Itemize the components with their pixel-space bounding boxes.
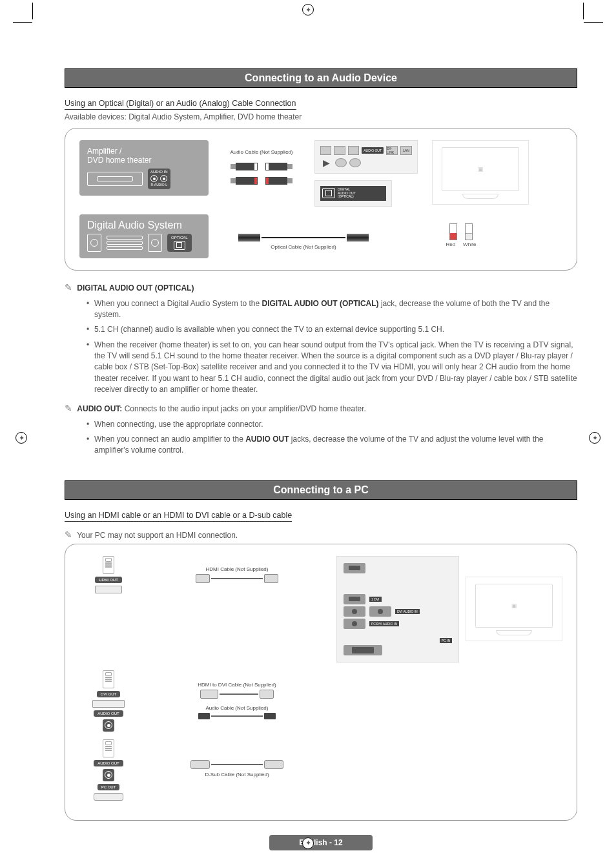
rca-white-icon (465, 223, 473, 240)
speaker-icon (148, 234, 162, 252)
list-item: When connecting, use the appropriate con… (87, 417, 577, 432)
section-banner-pc: Connecting to a PC (65, 480, 577, 500)
tv-port (320, 146, 331, 155)
pc-tower-icon (103, 556, 114, 574)
digital-audio-out-heading: DIGITAL AUDIO OUT (OPTICAL) (77, 283, 194, 293)
audio-out-list: When connecting, use the appropriate con… (65, 417, 577, 458)
hdmi-cable-label: HDMI Cable (Not Supplied) (206, 566, 269, 572)
dvd-slot-icon (87, 172, 143, 186)
list-item: When you connect an audio amplifier to t… (87, 432, 577, 458)
audio-in-chip: AUDIO IN R-AUDIO-L (148, 169, 170, 189)
red-label: Red (446, 242, 455, 247)
optical-cable-label: Optical Cable (Not Supplied) (271, 244, 336, 250)
ex-link-port: EX-LINK (386, 146, 398, 155)
audio-jack-icon (344, 606, 365, 617)
pc-subheading: Using an HDMI cable or an HDMI to DVI ca… (65, 511, 292, 522)
pc-note: ✎ Your PC may not support an HDMI connec… (65, 529, 577, 540)
digital-audio-system-box: Digital Audio System OPTICAL (79, 214, 209, 258)
audio-out-text: Connects to the audio input jacks on you… (122, 404, 366, 413)
dvi-out-label: DVI OUT (97, 691, 120, 697)
pc-note-text: Your PC may not support an HDMI connecti… (77, 531, 238, 540)
red-white-plugs: Red White (413, 223, 509, 247)
tv-back-panel: 1 DVI DVI AUDIO IN PC/DVI AUDIO IN PC IN (336, 556, 459, 663)
das-label: Digital Audio System (87, 220, 201, 231)
audio-subheading: Using an Optical (Digital) or an Audio (… (65, 99, 296, 110)
pc-hdmi-out: HDMI OUT (79, 556, 138, 593)
audio-jack-chip (103, 719, 114, 732)
audio-jack-chip (103, 769, 114, 781)
audio-cable-label: Audio Cable (Not Supplied) (206, 705, 269, 711)
vga-port-icon (94, 793, 123, 801)
audio-cable-stack: Audio Cable (Not Supplied) (223, 149, 300, 185)
pc-in-port-icon (344, 645, 382, 655)
hdmi-dvi-cable-label: HDMI to DVI Cable (Not Supplied) (198, 682, 276, 688)
audio-cable-label: Audio Cable (Not Supplied) (223, 149, 300, 155)
audio-jack-icon (344, 619, 365, 629)
r-audio-l-label: R-AUDIO-L (151, 183, 168, 187)
optical-port-icon (322, 188, 335, 198)
digital-audio-out-list: When you connect a Digital Audio System … (65, 296, 577, 398)
audio-diagram: Amplifier / DVD home theater AUDIO IN R-… (65, 128, 577, 271)
hdmi-dvi-cable: HDMI to DVI Cable (Not Supplied) Audio C… (144, 682, 330, 719)
rca-red-icon (449, 223, 457, 240)
rca-jack-icon (349, 158, 361, 167)
tv-illustration: ▣ (466, 577, 562, 641)
optical-chip: OPTICAL (167, 234, 192, 252)
optical-cable: Optical Cable (Not Supplied) (223, 234, 384, 251)
hdmi-out-label: HDMI OUT (95, 577, 122, 583)
dvi-audio-in-label: DVI AUDIO IN (395, 609, 420, 614)
pc-in-label: PC IN (440, 638, 452, 643)
dsub-cable-label: D-Sub Cable (Not Supplied) (205, 772, 269, 777)
audio-out-badge: AUDIO OUT (362, 147, 384, 154)
speaker-icon (87, 234, 101, 252)
footer-meta: [UD6500-ZA]BN68-03527A-00Eng.indb 12 201… (0, 850, 616, 853)
hdmi-port-icon (344, 563, 365, 573)
list-item: When the receiver (home theater) is set … (87, 338, 577, 398)
amplifier-box: Amplifier / DVD home theater AUDIO IN R-… (79, 140, 209, 196)
optical-label: (OPTICAL) (338, 194, 354, 198)
amp-label-2: DVD home theater (87, 156, 151, 165)
optical-label: OPTICAL (171, 236, 188, 240)
pc-tower-icon (103, 670, 114, 688)
hdmi-cable: HDMI Cable (Not Supplied) (144, 566, 330, 583)
audio-out-label: AUDIO OUT (94, 710, 123, 717)
hdmi-port-icon (95, 586, 122, 593)
note-icon: ✎ (65, 403, 72, 413)
list-item: 5.1 CH (channel) audio is available when… (87, 322, 577, 337)
audio-in-label: AUDIO IN (150, 170, 168, 174)
audio-jack-icon (369, 606, 391, 617)
note-icon: ✎ (65, 529, 72, 540)
digital-audio-out-title: ✎ DIGITAL AUDIO OUT (OPTICAL) (65, 282, 577, 293)
registration-mark-bottom (302, 838, 314, 849)
tv-illustration: ▣ (432, 140, 529, 205)
dsub-cable: D-Sub Cable (Not Supplied) (144, 760, 330, 779)
white-label: White (463, 242, 476, 247)
audio-out-prefix: AUDIO OUT: (77, 404, 122, 413)
pc-tower-icon (103, 739, 114, 757)
audio-available-devices: Available devices: Digital Audio System,… (65, 112, 577, 121)
optical-port-icon (174, 241, 185, 250)
pc-dvi-out: DVI OUT AUDIO OUT (79, 670, 138, 732)
amp-label-1: Amplifier / (87, 147, 121, 156)
dvi-port-icon (92, 700, 125, 708)
pc-diagram: HDMI OUT HDMI Cable (Not Supplied) 1 DVI… (65, 544, 577, 821)
arrow-icon: ▶ (323, 158, 330, 168)
pc-out-label: PC OUT (98, 784, 120, 790)
section-banner-audio: Connecting to an Audio Device (65, 68, 577, 88)
pc-dsub-out: AUDIO OUT PC OUT (79, 739, 138, 801)
hdmi-port-icon (344, 594, 365, 604)
note-icon: ✎ (65, 282, 72, 293)
page-footer-pill: English - 12 (269, 835, 373, 850)
list-item: When you connect a Digital Audio System … (87, 296, 577, 323)
tv-panel-top: AUDIO OUT EX-LINK LAN ▶ (314, 140, 418, 174)
pc-dvi-audio-label: PC/DVI AUDIO IN (369, 621, 399, 626)
component-stack-icon (107, 236, 143, 250)
tv-panel-optical: DIGITAL AUDIO OUT (OPTICAL) (314, 180, 392, 207)
audio-out-label-2: AUDIO OUT (94, 760, 123, 766)
tv-port (348, 146, 359, 155)
rca-jack-icon (335, 158, 347, 167)
hdmi1-dvi-label: 1 DVI (369, 597, 382, 602)
lan-port: LAN (400, 146, 412, 155)
audio-out-note: ✎ AUDIO OUT: Connects to the audio input… (65, 403, 577, 413)
tv-port (334, 146, 345, 155)
